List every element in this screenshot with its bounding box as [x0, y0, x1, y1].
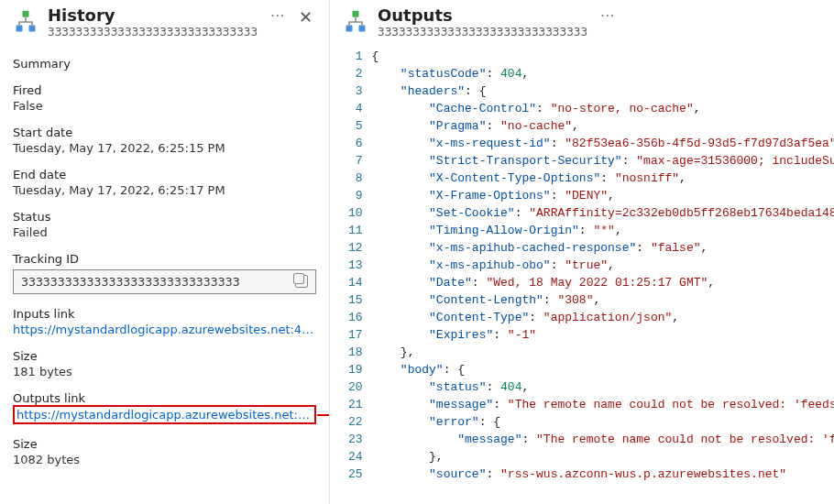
- start-date-label: Start date: [13, 126, 316, 139]
- fired-label: Fired: [13, 83, 316, 97]
- inputs-link-label: Inputs link: [13, 307, 316, 321]
- svg-rect-2: [29, 25, 36, 31]
- svg-rect-0: [23, 11, 29, 17]
- inputs-size-label: Size: [13, 349, 316, 363]
- code-lines: { "statusCode": 404, "headers": { "Cache…: [372, 48, 834, 489]
- svg-rect-6: [346, 25, 353, 31]
- logic-app-icon: [13, 9, 38, 35]
- end-date-label: End date: [13, 168, 316, 181]
- inputs-link[interactable]: https://mystandardlogicapp.azurewebsites…: [13, 323, 316, 336]
- history-panel: History 333333333333333333333333333333 ·…: [0, 0, 330, 504]
- history-subtitle: 333333333333333333333333333333: [48, 26, 258, 38]
- outputs-size-label: Size: [13, 437, 316, 451]
- svg-rect-7: [359, 25, 366, 31]
- outputs-subtitle: 333333333333333333333333333333: [378, 26, 587, 38]
- end-date-value: Tuesday, May 17, 2022, 6:25:17 PM: [13, 183, 316, 197]
- tracking-id-value: 333333333333333333333333333333: [21, 275, 240, 289]
- status-value: Failed: [13, 225, 316, 239]
- summary-heading: Summary: [13, 57, 316, 71]
- outputs-header: Outputs 333333333333333333333333333333 ·…: [343, 5, 834, 44]
- history-header: History 333333333333333333333333333333 ·…: [13, 5, 316, 44]
- start-date-value: Tuesday, May 17, 2022, 6:25:15 PM: [13, 141, 316, 155]
- svg-rect-1: [16, 25, 23, 31]
- outputs-link[interactable]: https://mystandardlogicapp.azurewebsites…: [16, 408, 313, 422]
- copy-icon[interactable]: [295, 275, 308, 288]
- outputs-panel: Outputs 333333333333333333333333333333 ·…: [330, 0, 834, 504]
- outputs-more-button[interactable]: ···: [597, 7, 618, 25]
- close-button[interactable]: ✕: [295, 5, 316, 28]
- json-viewer[interactable]: 1 2 3 4 5 6 7 8 9 10 11 12 13 14 15 16 1…: [343, 48, 834, 489]
- logic-app-icon: [343, 9, 368, 35]
- outputs-size-value: 1082 bytes: [13, 453, 316, 466]
- outputs-title: Outputs: [378, 5, 587, 26]
- status-label: Status: [13, 210, 316, 224]
- line-gutter: 1 2 3 4 5 6 7 8 9 10 11 12 13 14 15 16 1…: [343, 48, 372, 489]
- callout-arrow-icon: [317, 409, 330, 422]
- outputs-link-label: Outputs link: [13, 391, 316, 405]
- tracking-id-box: 333333333333333333333333333333: [13, 269, 316, 294]
- history-more-button[interactable]: ···: [267, 7, 288, 25]
- history-title: History: [48, 5, 258, 26]
- svg-rect-5: [353, 11, 359, 17]
- outputs-link-highlight: https://mystandardlogicapp.azurewebsites…: [13, 405, 316, 424]
- fired-value: False: [13, 99, 316, 113]
- tracking-id-label: Tracking ID: [13, 252, 316, 266]
- inputs-size-value: 181 bytes: [13, 365, 316, 378]
